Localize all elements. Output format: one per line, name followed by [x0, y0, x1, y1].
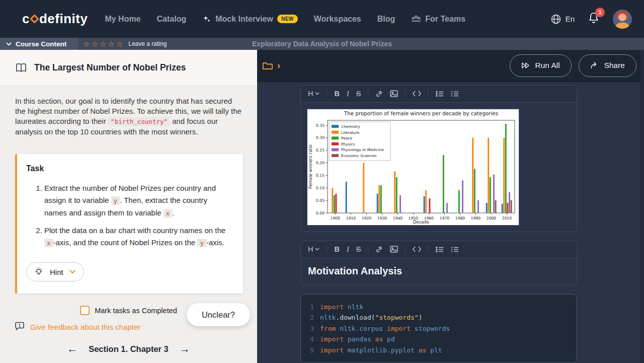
primary-nav: My Home Catalog Mock Interview NEW Works…: [105, 15, 465, 24]
numbered-list-button[interactable]: [451, 246, 459, 253]
course-title: Exploratory Data Analysis of Nobel Prize…: [252, 40, 392, 48]
unclear-button[interactable]: Unclear?: [187, 303, 250, 326]
star-rating[interactable]: ☆☆☆☆☆: [83, 40, 124, 48]
logo-text-post: definity: [39, 11, 88, 27]
link-button[interactable]: [375, 246, 383, 253]
markdown-toolbar: H B I S: [301, 241, 577, 258]
italic-button[interactable]: I: [347, 90, 349, 98]
chapter-label: Section 1. Chapter 3: [89, 344, 169, 354]
top-navbar: c definity My Home Catalog Mock Intervie…: [0, 0, 644, 38]
mark-completed-checkbox[interactable]: [80, 306, 90, 315]
next-chapter-arrow[interactable]: →: [180, 343, 190, 355]
nav-item-for-teams[interactable]: For Teams: [411, 15, 465, 24]
nav-item-workspaces[interactable]: Workspaces: [314, 15, 361, 24]
share-button[interactable]: Share: [579, 54, 636, 77]
svg-text:Peace: Peace: [341, 136, 352, 140]
toolbar-divider: [327, 90, 327, 98]
new-badge: NEW: [277, 15, 298, 23]
strikethrough-button[interactable]: S: [356, 90, 361, 98]
chevron-right-icon: ›: [277, 60, 280, 71]
bullet-list-button[interactable]: [436, 91, 444, 97]
inline-code-birth-country: "birth_country": [108, 117, 170, 126]
nav-right-cluster: En 1: [550, 10, 632, 29]
svg-text:1990: 1990: [471, 215, 480, 220]
chevron-down-icon: [6, 42, 12, 46]
svg-text:1980: 1980: [455, 215, 465, 220]
toolbar-divider: [327, 245, 327, 253]
notebook-cell-markdown: H B I S Motivation Analysis: [300, 241, 577, 285]
notifications-button[interactable]: 1: [588, 12, 600, 27]
svg-text:1920: 1920: [362, 215, 371, 220]
markdown-heading[interactable]: Motivation Analysis: [301, 258, 577, 285]
codefinity-logo[interactable]: c definity: [22, 11, 88, 27]
nav-item-my-home[interactable]: My Home: [105, 15, 140, 24]
notebook-header: › Run All Share: [257, 50, 644, 82]
course-content-toggle[interactable]: Course Content: [0, 38, 78, 50]
previous-chapter-arrow[interactable]: ←: [67, 343, 77, 355]
image-button[interactable]: [390, 90, 398, 97]
task-heading: Task: [26, 164, 232, 173]
chevron-down-icon: [69, 270, 75, 274]
svg-text:Physics: Physics: [341, 141, 355, 146]
globe-icon: [550, 14, 561, 25]
svg-text:0.05: 0.05: [316, 198, 325, 202]
notification-count-badge: 1: [595, 8, 605, 17]
toolbar-divider: [368, 90, 368, 98]
svg-text:1970: 1970: [440, 215, 449, 220]
notebook-scroll-area: H B I S The proportion of female winners…: [257, 82, 644, 363]
book-icon: [15, 63, 27, 73]
svg-text:Physiology or Medicine: Physiology or Medicine: [341, 148, 384, 152]
toolbar-divider: [428, 245, 429, 253]
notebook-panel: › Run All Share: [257, 50, 644, 363]
task-card: Task Extract the number of Nobel Prizes …: [15, 154, 243, 294]
task-item-2: Plot the data on a bar chart with countr…: [44, 225, 232, 249]
language-selector[interactable]: En: [550, 14, 575, 25]
notebook-cell-chart: H B I S The proportion of female winners…: [300, 85, 577, 232]
run-all-button[interactable]: Run All: [510, 54, 572, 77]
svg-text:0.10: 0.10: [316, 185, 325, 190]
run-all-icon: [521, 62, 530, 69]
lesson-title: The Largest Number of Nobel Prizes: [34, 62, 186, 73]
lesson-header: The Largest Number of Nobel Prizes: [0, 50, 257, 86]
link-button[interactable]: [375, 90, 383, 98]
avatar-shirt: [615, 23, 629, 29]
toolbar-divider: [405, 245, 406, 253]
user-avatar[interactable]: [613, 10, 632, 29]
chart-figure: The proportion of female winners per dec…: [307, 109, 519, 226]
numbered-list-button[interactable]: [451, 91, 459, 97]
hint-button[interactable]: Hint: [26, 262, 84, 281]
svg-text:Female winners ratio: Female winners ratio: [308, 144, 313, 189]
svg-text:0.20: 0.20: [316, 161, 325, 165]
bold-button[interactable]: B: [334, 246, 339, 253]
strikethrough-button[interactable]: S: [356, 246, 361, 253]
code-cell[interactable]: 1import nltk2nltk.download("stopwords")3…: [300, 294, 577, 363]
task-item-1: Extract the number of Nobel Prizes per c…: [44, 182, 232, 220]
markdown-toolbar: H B I S: [301, 86, 577, 103]
image-button[interactable]: [390, 246, 398, 253]
svg-text:1930: 1930: [377, 215, 387, 220]
bold-button[interactable]: B: [334, 90, 339, 98]
nav-item-catalog[interactable]: Catalog: [157, 15, 187, 24]
feedback-link: Give feedback about this chapter: [30, 323, 140, 331]
nav-item-blog[interactable]: Blog: [377, 15, 395, 24]
course-subbar: Course Content ☆☆☆☆☆ Leave a rating Expl…: [0, 38, 644, 50]
svg-text:2010: 2010: [502, 215, 512, 220]
nav-item-mock-interview[interactable]: Mock Interview NEW: [202, 15, 298, 24]
code-button[interactable]: [413, 91, 421, 97]
chart-cell-body: The proportion of female winners per dec…: [301, 103, 577, 232]
lightbulb-icon: [34, 267, 44, 277]
bullet-list-button[interactable]: [436, 246, 444, 253]
svg-text:1910: 1910: [346, 215, 356, 220]
svg-text:0.15: 0.15: [316, 173, 325, 178]
language-label: En: [566, 15, 575, 23]
heading-dropdown[interactable]: H: [308, 90, 319, 98]
file-tree-toggle[interactable]: ›: [262, 60, 280, 71]
svg-text:0.30: 0.30: [316, 135, 325, 140]
logo-diamond-icon: [30, 14, 39, 23]
code-button[interactable]: [413, 246, 421, 252]
notebook-scrollbar[interactable]: [640, 50, 644, 363]
svg-text:The proportion of female winne: The proportion of female winners per dec…: [344, 110, 498, 116]
italic-button[interactable]: I: [347, 246, 349, 253]
heading-dropdown[interactable]: H: [308, 246, 319, 253]
svg-text:0.00: 0.00: [316, 210, 325, 215]
